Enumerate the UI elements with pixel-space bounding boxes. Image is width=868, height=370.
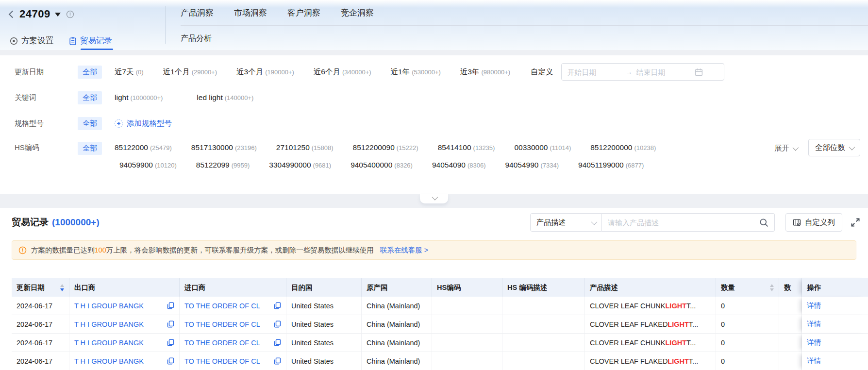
copy-icon[interactable]	[167, 339, 174, 346]
filter-label: 关键词	[15, 93, 78, 102]
filter-panel: 更新日期 全部 近7天(0) 近1个月(29000+) 近3个月(190000+…	[0, 55, 868, 194]
cell-quantity: 0	[716, 352, 779, 370]
update-date-all-chip[interactable]: 全部	[78, 66, 102, 79]
copy-icon[interactable]	[274, 339, 281, 346]
records-count: (1000000+)	[52, 217, 100, 228]
hs-code-option[interactable]: 85122099(9959)	[196, 161, 250, 169]
plan-title[interactable]: 24709	[19, 8, 50, 20]
filter-row-keyword: 关键词 全部 light(1000000+) led light(140000+…	[15, 89, 853, 106]
date-range-picker[interactable]: →	[561, 63, 724, 81]
cell-hs	[432, 352, 502, 370]
app-root: 24709 方案设置 贸易记录 产品洞察 市场洞察 客户洞察 竞企洞察 产品分析	[0, 0, 868, 370]
cell-exporter[interactable]: T H I GROUP BANGK	[69, 334, 180, 352]
hs-code-option[interactable]: 3304990000(9681)	[269, 161, 331, 169]
custom-date-label[interactable]: 自定义	[531, 67, 553, 77]
detail-link[interactable]: 详情	[807, 338, 821, 347]
date-option[interactable]: 近7天(0)	[115, 67, 144, 77]
hs-code-option[interactable]: 94051199000(6877)	[578, 161, 644, 169]
search-bar[interactable]	[602, 213, 775, 232]
cell-exporter[interactable]: T H I GROUP BANGK	[69, 315, 180, 334]
tab-competitor-insight[interactable]: 竞企洞察	[341, 7, 374, 18]
add-spec-button[interactable]: 添加规格型号	[115, 118, 172, 129]
search-field-select[interactable]: 产品描述	[530, 213, 602, 232]
tab-customer-insight[interactable]: 客户洞察	[287, 7, 320, 18]
hs-code-option[interactable]: 8512200090(15222)	[353, 143, 418, 152]
detail-link[interactable]: 详情	[807, 320, 821, 329]
back-icon[interactable]	[9, 11, 17, 18]
hs-code-option[interactable]: 85414100(13235)	[438, 143, 495, 152]
keyword-option[interactable]: light(1000000+)	[115, 93, 163, 102]
cell-importer[interactable]: TO THE ORDER OF CL	[180, 334, 286, 352]
hs-code-option[interactable]: 94054090(8306)	[432, 161, 486, 169]
cell-exporter[interactable]: T H I GROUP BANGK	[69, 352, 180, 370]
col-update-date[interactable]: 更新日期	[12, 278, 69, 297]
cell-importer[interactable]: TO THE ORDER OF CL	[180, 315, 286, 334]
cell-importer[interactable]: TO THE ORDER OF CL	[180, 352, 286, 370]
date-option[interactable]: 近1个月(29000+)	[163, 67, 217, 77]
hs-code-option[interactable]: 94054990(7334)	[505, 161, 559, 169]
plan-selector[interactable]: 24709	[10, 8, 74, 20]
nav-product-analysis[interactable]: 产品分析	[181, 34, 212, 44]
cell-date: 2024-06-17	[12, 334, 69, 352]
cell-hs-desc	[502, 334, 585, 352]
settings-target-icon	[10, 37, 18, 45]
cell-exporter[interactable]: T H I GROUP BANGK	[69, 297, 180, 315]
contact-support-link[interactable]: 联系在线客服 >	[380, 246, 429, 255]
hs-digits-select[interactable]: 全部位数	[808, 139, 860, 156]
copy-icon[interactable]	[274, 357, 281, 365]
cell-origin: China (Mainland)	[362, 297, 432, 315]
plan-dropdown-caret-icon[interactable]	[55, 13, 61, 17]
cell-action: 详情	[802, 334, 868, 352]
detail-link[interactable]: 详情	[807, 301, 821, 310]
hs-code-option[interactable]: 00330000(11014)	[514, 143, 571, 152]
subtab-label: 贸易记录	[80, 35, 112, 46]
date-option[interactable]: 近3个月(190000+)	[236, 67, 294, 77]
table-row: 2024-06-17 T H I GROUP BANGK TO THE ORDE…	[12, 297, 868, 315]
info-icon[interactable]	[66, 10, 74, 18]
hs-expand-toggle[interactable]: 展开	[774, 143, 797, 153]
cell-action: 详情	[802, 315, 868, 334]
tab-product-insight[interactable]: 产品洞察	[181, 7, 214, 18]
filter-label: HS编码	[15, 143, 78, 174]
subtab-plan-settings[interactable]: 方案设置	[10, 29, 53, 50]
subtab-trade-records[interactable]: 贸易记录	[69, 29, 112, 50]
cell-hs	[432, 297, 502, 315]
date-option[interactable]: 近1年(530000+)	[391, 67, 441, 77]
search-icon[interactable]	[759, 218, 768, 227]
search-input[interactable]	[608, 219, 759, 227]
keyword-highlight: LIGHT	[668, 320, 689, 328]
keyword-all-chip[interactable]: 全部	[78, 91, 102, 104]
spec-all-chip[interactable]: 全部	[78, 117, 102, 130]
hs-code-option[interactable]: 9405400000(8326)	[351, 161, 413, 169]
date-option[interactable]: 近6个月(340000+)	[314, 67, 371, 77]
hs-code-option[interactable]: 27101250(15808)	[276, 143, 334, 152]
fullscreen-button[interactable]	[851, 218, 860, 227]
subtab-label: 方案设置	[21, 35, 53, 46]
document-icon	[69, 37, 77, 45]
end-date-input[interactable]	[636, 68, 691, 76]
cell-importer[interactable]: TO THE ORDER OF CL	[180, 297, 286, 315]
hs-code-option[interactable]: 94059900(10120)	[119, 161, 177, 169]
sort-toggle[interactable]	[60, 284, 64, 291]
copy-icon[interactable]	[167, 357, 174, 365]
keyword-option[interactable]: led light(140000+)	[197, 93, 253, 102]
custom-columns-button[interactable]: 自定义列	[785, 213, 842, 232]
copy-icon[interactable]	[274, 302, 281, 309]
detail-link[interactable]: 详情	[807, 356, 821, 366]
copy-icon[interactable]	[167, 320, 174, 328]
hs-code-option[interactable]: 8512200000(10238)	[590, 143, 656, 152]
copy-icon[interactable]	[167, 302, 174, 309]
start-date-input[interactable]	[568, 68, 622, 76]
filter-collapse-toggle[interactable]	[420, 194, 448, 203]
plan-subtabs: 方案设置 贸易记录	[10, 29, 112, 50]
date-option[interactable]: 近3年(980000+)	[460, 67, 510, 77]
tab-market-insight[interactable]: 市场洞察	[234, 7, 267, 18]
hs-all-chip[interactable]: 全部	[78, 142, 102, 155]
copy-icon[interactable]	[274, 320, 281, 328]
cell-destination: United States	[286, 315, 362, 334]
hs-code-option[interactable]: 85122000(25479)	[115, 143, 172, 152]
col-quantity[interactable]: 数量	[716, 278, 779, 297]
sort-toggle[interactable]	[770, 284, 774, 291]
calendar-icon[interactable]	[695, 68, 703, 76]
hs-code-option[interactable]: 8517130000(23196)	[191, 143, 257, 152]
